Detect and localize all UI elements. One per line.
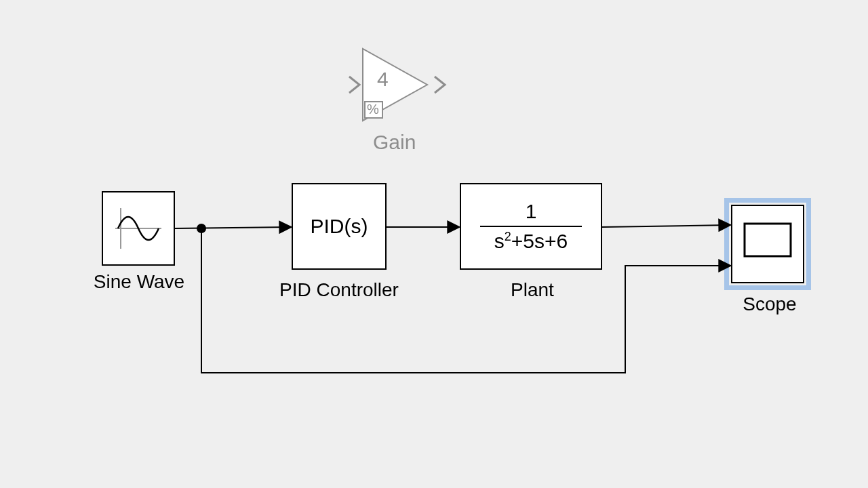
pid-display-text: PID(s) [311, 215, 368, 238]
plant-den-prefix: s [494, 230, 505, 252]
wire-plant-to-scope[interactable] [602, 225, 730, 227]
plant-block[interactable]: 1 s2+5s+6 [460, 183, 602, 270]
gain-badge-text: % [367, 102, 379, 117]
scope-block[interactable] [731, 205, 804, 283]
model-canvas[interactable]: 4 % Gain Sine Wave PID(s) PID Controller… [0, 0, 868, 488]
plant-den-exp: 2 [505, 230, 511, 243]
pid-controller-label: PID Controller [271, 279, 407, 301]
svg-rect-4 [745, 224, 791, 256]
plant-label: Plant [495, 279, 570, 301]
plant-denominator: s2+5s+6 [494, 230, 568, 253]
gain-value-text: 4 [377, 68, 389, 91]
scope-icon [741, 220, 795, 268]
pid-controller-block[interactable]: PID(s) [292, 183, 387, 270]
sine-wave-label: Sine Wave [81, 271, 197, 293]
gain-label: Gain [373, 131, 416, 154]
sine-wave-block[interactable] [102, 191, 175, 266]
sine-wave-icon [111, 204, 165, 253]
plant-numerator: 1 [526, 200, 537, 223]
scope-label: Scope [732, 293, 807, 315]
plant-den-suffix: +5s+6 [511, 230, 568, 252]
wire-sine-to-pid[interactable] [175, 227, 290, 228]
plant-fraction-bar [480, 226, 582, 227]
